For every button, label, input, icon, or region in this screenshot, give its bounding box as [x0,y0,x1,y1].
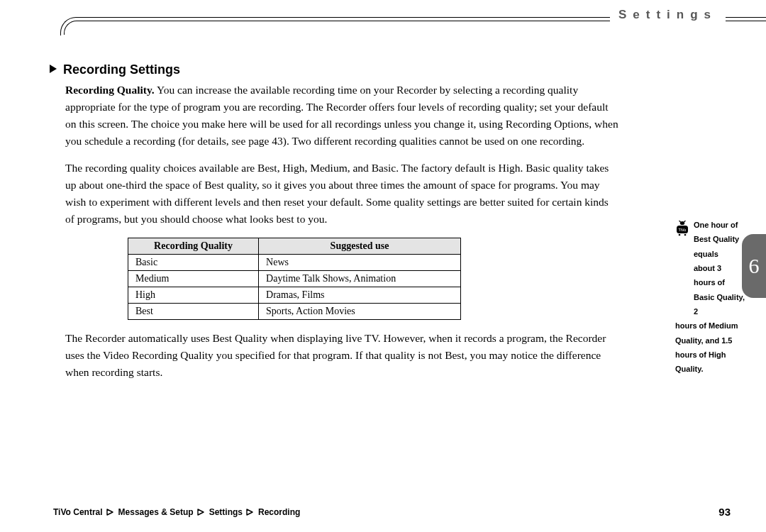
svg-line-3 [684,221,685,222]
triangle-right-icon [50,65,57,76]
breadcrumb-item: Recording [258,507,300,517]
page-number: 93 [718,506,731,518]
section-label: Settings [610,8,726,22]
svg-text:TiVo: TiVo [679,228,687,232]
quality-table: Recording Quality Suggested use Basic Ne… [128,238,461,320]
svg-line-2 [679,221,680,222]
table-cell: Dramas, Films [259,287,461,304]
chevron-right-icon [106,509,115,516]
table-header-quality: Recording Quality [128,238,259,255]
svg-rect-5 [679,234,680,235]
table-cell: High [128,287,259,304]
paragraph-1: Recording Quality. You can increase the … [65,82,618,150]
chapter-number: 6 [749,254,760,278]
margin-note-line1: One hour of Best Quality equals [694,218,745,261]
chevron-right-icon [197,509,206,516]
table-cell: Best [128,304,259,320]
table-cell: Daytime Talk Shows, Animation [259,271,461,287]
tivo-icon: TiVo [675,221,689,239]
table-row: Basic News [128,255,461,271]
table-cell: Medium [128,271,259,287]
svg-marker-0 [50,65,57,73]
chapter-tab: 6 [742,234,766,298]
breadcrumb-item: Messages & Setup [118,507,194,517]
table-row: Best Sports, Action Movies [128,304,461,320]
table-row: High Dramas, Films [128,287,461,304]
table-row: Medium Daytime Talk Shows, Animation [128,271,461,287]
margin-note-line2: about 3 hours of Basic Quality, 2 [694,261,745,318]
table-cell: News [259,255,461,271]
chevron-right-icon [246,509,255,516]
svg-marker-8 [107,509,113,515]
header-rule-inner [64,21,766,35]
section-heading: Recording Settings [63,62,180,77]
lead-in: Recording Quality. [65,84,155,96]
table-header-use: Suggested use [259,238,461,255]
svg-marker-9 [198,509,204,515]
svg-marker-10 [247,509,252,515]
table-cell: Sports, Action Movies [259,304,461,320]
breadcrumb: TiVo Central Messages & Setup Settings R… [53,507,300,517]
margin-note-rest: hours of Medium Quality, and 1.5 hours o… [675,318,745,376]
page-footer: TiVo Central Messages & Setup Settings R… [53,506,731,518]
paragraph-2: The recording quality choices available … [65,160,618,228]
breadcrumb-item: Settings [209,507,243,517]
body-column: Recording Quality. You can increase the … [65,82,618,381]
breadcrumb-item: TiVo Central [53,507,103,517]
margin-note: TiVo One hour of Best Quality equals abo… [675,218,745,377]
svg-rect-6 [684,234,686,235]
main-content: Recording Settings Recording Quality. Yo… [50,62,688,489]
table-cell: Basic [128,255,259,271]
paragraph-3: The Recorder automatically uses Best Qua… [65,330,618,381]
heading-row: Recording Settings [50,62,688,77]
